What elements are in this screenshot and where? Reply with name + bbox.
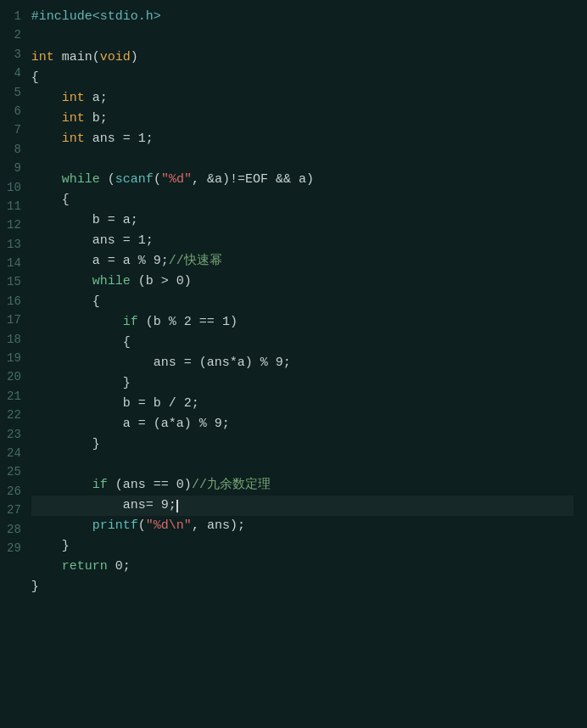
token-plain: ans = (ans*a) % 9; (31, 356, 291, 370)
line-number: 25 (7, 462, 21, 481)
line-number: 24 (7, 444, 21, 462)
token-plain: b = b / 2; (31, 396, 199, 411)
code-line: b = a; (31, 210, 573, 231)
line-number: 14 (7, 254, 21, 272)
token-plain (31, 111, 62, 126)
token-plain: b; (85, 111, 108, 126)
code-line: int a; (31, 88, 573, 109)
token-plain (31, 91, 62, 105)
code-line: } (31, 577, 573, 597)
line-number: 3 (7, 45, 21, 64)
code-line: ans= 9; (31, 496, 573, 516)
token-kw-type: void (100, 50, 131, 64)
code-line: while (scanf("%d", &a)!=EOF && a) (31, 170, 573, 190)
code-line: printf("%d\n", ans); (31, 516, 573, 536)
token-plain (31, 274, 92, 288)
line-number: 28 (7, 520, 21, 539)
line-number: 26 (7, 482, 21, 501)
token-plain: (b % 2 == 1) (138, 315, 238, 329)
token-plain: ans= 9; (31, 498, 176, 512)
line-number: 27 (7, 501, 21, 519)
token-kw-type: int (62, 91, 85, 105)
line-number: 13 (7, 235, 21, 254)
token-plain: main( (54, 50, 100, 64)
line-number: 23 (7, 425, 21, 444)
code-line: while (b > 0) (31, 272, 573, 292)
code-line: { (31, 292, 573, 312)
line-number: 6 (7, 102, 21, 120)
token-plain: a = a % 9; (31, 254, 169, 268)
token-str: "%d\n" (146, 518, 192, 533)
token-plain: } (31, 437, 100, 451)
line-number: 15 (7, 272, 21, 291)
token-kw-type: int (62, 111, 85, 126)
line-number: 1 (7, 7, 21, 25)
code-line: { (31, 333, 573, 353)
code-line: b = b / 2; (31, 394, 573, 414)
code-line: int ans = 1; (31, 129, 573, 149)
token-kw-type: int (62, 132, 85, 146)
token-plain: ( (154, 172, 161, 187)
code-area[interactable]: #include<stdio.h> int main(void){ int a;… (31, 7, 587, 721)
token-kw-func: scanf (115, 172, 154, 187)
token-plain: { (31, 193, 70, 207)
token-plain: } (31, 376, 131, 390)
token-plain (31, 172, 62, 187)
code-line: ans = (ans*a) % 9; (31, 353, 573, 373)
code-line: } (31, 434, 573, 455)
code-line: } (31, 373, 573, 394)
token-plain: { (31, 70, 39, 85)
code-line: int b; (31, 109, 573, 129)
line-number: 29 (7, 539, 21, 557)
token-plain: ( (138, 518, 146, 533)
token-kw-ctrl: if (123, 315, 138, 329)
code-line: a = a % 9;//快速幂 (31, 251, 573, 272)
line-number: 9 (7, 159, 21, 177)
token-plain: { (31, 335, 131, 350)
token-plain: ) (131, 50, 138, 64)
token-plain: , ans); (192, 518, 245, 533)
token-plain: ans = 1; (31, 233, 154, 248)
token-str: "%d" (161, 172, 192, 187)
line-number: 11 (7, 197, 21, 216)
token-plain (31, 559, 62, 574)
line-number: 10 (7, 178, 21, 197)
code-line: #include<stdio.h> (31, 7, 573, 27)
line-number: 17 (7, 311, 21, 329)
code-line: return 0; (31, 557, 573, 577)
code-line: { (31, 68, 573, 88)
token-kw-ctrl: return (62, 559, 108, 574)
code-line: } (31, 536, 573, 557)
code-line: if (b % 2 == 1) (31, 312, 573, 333)
token-kw-include: #include<stdio.h> (31, 9, 161, 24)
token-plain: a = (a*a) % 9; (31, 417, 230, 431)
token-plain: ans = 1; (85, 132, 154, 146)
token-comment: //九余数定理 (192, 478, 271, 492)
line-number: 4 (7, 64, 21, 82)
line-number: 20 (7, 367, 21, 386)
line-number: 8 (7, 140, 21, 159)
token-plain (31, 518, 92, 533)
code-editor: 1234567891011121314151617181920212223242… (0, 0, 587, 728)
code-line (31, 27, 573, 48)
token-plain: ( (100, 172, 115, 187)
code-line (31, 149, 573, 170)
line-number: 2 (7, 25, 21, 44)
token-plain (31, 478, 92, 492)
line-number: 18 (7, 330, 21, 349)
code-line: int main(void) (31, 48, 573, 68)
line-number-gutter: 1234567891011121314151617181920212223242… (0, 7, 31, 721)
code-line (31, 455, 573, 475)
code-line: if (ans == 0)//九余数定理 (31, 475, 573, 496)
code-line: a = (a*a) % 9; (31, 414, 573, 434)
token-kw-ctrl: if (92, 478, 108, 492)
line-number: 5 (7, 83, 21, 102)
text-cursor (176, 500, 178, 512)
token-plain: , &a)!=EOF && a) (192, 172, 314, 187)
token-plain (31, 315, 123, 329)
line-number: 7 (7, 120, 21, 139)
token-kw-ctrl: while (62, 172, 100, 187)
token-comment: //快速幂 (169, 254, 222, 268)
code-line: ans = 1; (31, 231, 573, 251)
line-number: 22 (7, 406, 21, 424)
